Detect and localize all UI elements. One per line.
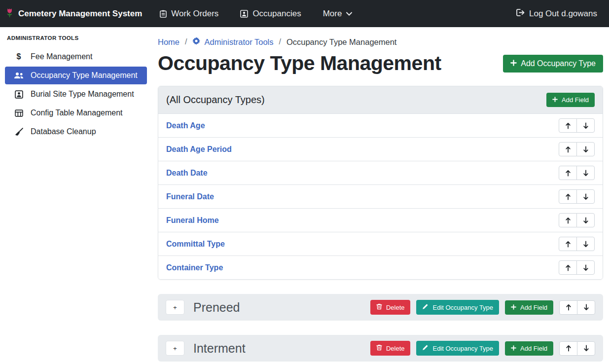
move-up-button[interactable] [559,260,577,275]
field-row: Death Age Period [158,137,603,161]
page-title: Occupancy Type Management [158,52,441,75]
move-up-button[interactable] [559,300,577,315]
field-link[interactable]: Death Date [166,169,208,178]
sidebar-item-database-cleanup[interactable]: Database Cleanup [5,123,147,141]
work-orders-icon [160,10,167,18]
nav-item-label: Occupancies [252,9,301,19]
expand-button[interactable]: + [166,300,184,315]
field-link[interactable]: Funeral Date [166,192,214,201]
top-navbar: Cemetery Management System Work Orders [0,0,609,27]
edit-occupancy-type-button[interactable]: Edit Occupancy Type [416,300,499,315]
move-up-button[interactable] [559,118,577,133]
move-up-button[interactable] [559,166,577,180]
sidebar-item-occupancy-type-management[interactable]: Occupancy Type Management [5,67,147,84]
breadcrumb-separator: / [279,37,281,46]
field-row: Death Age [158,113,603,137]
delete-label: Delete [386,304,405,311]
field-row: Committal Type [158,232,603,255]
reorder-controls [559,189,595,204]
sidebar-item-label: Fee Management [31,52,92,61]
sidebar-header: Administrator Tools [5,31,147,48]
breadcrumb-administrator-tools[interactable]: Administrator Tools [192,37,273,47]
chevron-down-icon [346,12,352,16]
expand-button[interactable]: + [166,341,184,356]
move-down-button[interactable] [576,189,595,204]
delete-button[interactable]: Delete [370,300,411,315]
edit-label: Edit Occupancy Type [432,345,493,352]
delete-button[interactable]: Delete [370,341,411,356]
sidebar-item-label: Config Table Management [31,109,123,117]
breadcrumb-separator: / [185,37,187,46]
reorder-controls [559,166,595,180]
add-occupancy-type-button[interactable]: Add Occupancy Type [503,55,603,73]
delete-label: Delete [386,345,405,352]
nav-occupancies[interactable]: Occupancies [240,9,301,19]
field-row: Death Date [158,161,603,184]
gear-icon [192,37,200,47]
broom-icon [13,128,25,136]
move-down-button[interactable] [577,341,595,356]
sidebar-item-label: Burial Site Type Management [31,90,134,99]
add-field-button[interactable]: Add Field [505,300,553,315]
brand-title: Cemetery Management System [18,9,142,19]
field-link[interactable]: Container Type [166,263,223,272]
reorder-controls [559,300,595,315]
sidebar-item-burial-site-type-management[interactable]: Burial Site Type Management [5,85,147,103]
reorder-controls [559,118,595,133]
logout-link[interactable]: Log Out d.gowans [516,9,597,19]
field-link[interactable]: Death Age Period [166,145,232,154]
trash-icon [376,303,382,311]
plus-icon [511,304,516,311]
reorder-controls [559,142,595,156]
sidebar-item-config-table-management[interactable]: Config Table Management [5,104,147,122]
move-up-button[interactable] [559,213,577,227]
breadcrumb-home[interactable]: Home [158,37,179,47]
section-actions: Delete Edit Occupancy Type Add Field [370,341,595,356]
move-up-button[interactable] [559,341,577,356]
section-title: Interment [193,341,246,356]
breadcrumb-label: Administrator Tools [204,37,273,47]
move-down-button[interactable] [576,118,595,133]
logout-icon [516,9,525,19]
section-interment: + Interment Delete Edit Occupancy Type A… [158,335,603,362]
all-occupancy-types-card: (All Occupancy Types) Add Field Death Ag… [158,86,603,280]
nav-more[interactable]: More [323,9,353,19]
add-field-button[interactable]: Add Field [546,93,595,107]
add-field-label: Add Field [520,304,547,311]
move-up-button[interactable] [559,142,577,156]
main-content: Home / Administrator Tools / Occupancy T… [152,27,609,364]
add-field-label: Add Field [562,96,589,104]
breadcrumb: Home / Administrator Tools / Occupancy T… [158,37,603,47]
field-link[interactable]: Funeral Home [166,216,219,225]
dollar-icon: $ [13,52,25,61]
person-frame-icon [13,90,25,99]
trash-icon [376,344,382,352]
move-down-button[interactable] [576,142,595,156]
field-row: Funeral Date [158,184,603,208]
brand[interactable]: Cemetery Management System [6,7,142,20]
sidebar: Administrator Tools $ Fee Management Occ… [0,27,152,364]
edit-occupancy-type-button[interactable]: Edit Occupancy Type [416,341,499,356]
flower-logo-icon [6,7,13,20]
move-up-button[interactable] [559,189,577,204]
move-down-button[interactable] [576,166,595,180]
nav-item-label: Work Orders [171,9,218,19]
field-link[interactable]: Committal Type [166,240,225,249]
move-down-button[interactable] [576,260,595,275]
move-down-button[interactable] [576,237,595,251]
add-field-label: Add Field [520,345,547,352]
plus-icon [511,345,516,352]
occupancies-icon [240,10,248,18]
add-occupancy-type-label: Add Occupancy Type [521,59,596,68]
add-field-button[interactable]: Add Field [505,341,553,356]
nav-work-orders[interactable]: Work Orders [160,9,218,19]
move-down-button[interactable] [576,213,595,227]
field-link[interactable]: Death Age [166,121,205,130]
section-actions: Delete Edit Occupancy Type Add Field [370,300,595,315]
move-down-button[interactable] [577,300,595,315]
sidebar-item-fee-management[interactable]: $ Fee Management [5,48,147,66]
move-up-button[interactable] [559,237,577,251]
all-occupancy-types-header: (All Occupancy Types) Add Field [158,86,603,113]
reorder-controls [559,260,595,275]
users-icon [13,72,25,79]
